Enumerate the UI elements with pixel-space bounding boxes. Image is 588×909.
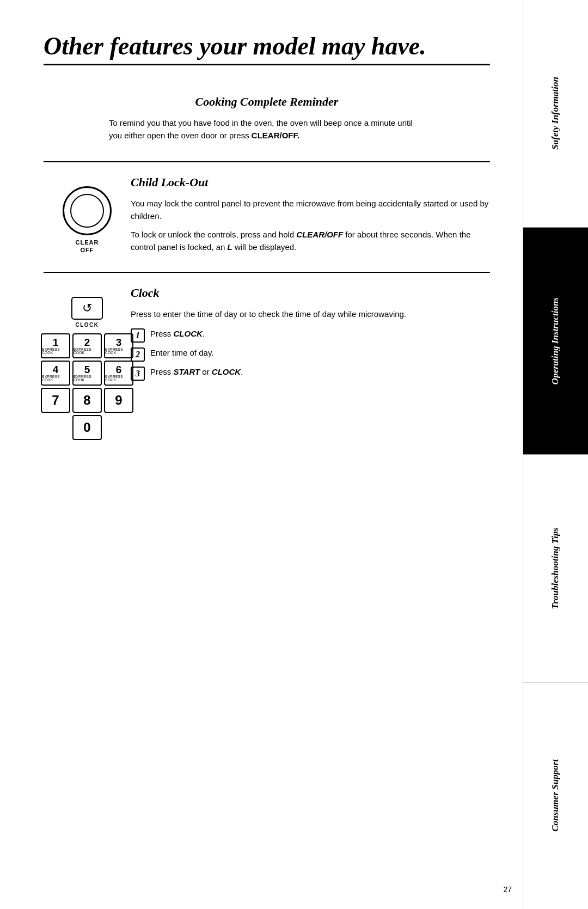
child-lockout-text: Child Lock-Out You may lock the control … (131, 175, 490, 259)
clock-step-1: 1 Press CLOCK. (131, 328, 490, 343)
sidebar-safety-label: Safety Information (550, 77, 561, 150)
sidebar-consumer: Consumer Support (523, 682, 588, 910)
numpad-key-4: 4 EXPRESS COOK (41, 361, 70, 386)
sidebar-safety: Safety Information (523, 0, 588, 227)
page-number: 27 (503, 885, 512, 894)
clock-text: Clock Press to enter the time of day or … (131, 286, 490, 467)
child-lockout-para1: You may lock the control panel to preven… (131, 197, 490, 223)
numpad-key-3: 3 EXPRESS COOK (104, 333, 133, 358)
clock-button-label: CLOCK (75, 322, 99, 328)
step-num-1: 1 (131, 328, 145, 343)
clock-step-2: 2 Enter time of day. (131, 347, 490, 362)
clear-off-button-icon (63, 186, 112, 235)
cooking-complete-section: Cooking Complete Reminder To remind you … (44, 82, 490, 163)
clock-button: ↺ (71, 297, 103, 320)
clock-icon-col: ↺ CLOCK 1 EXPRESS COOK 2 EXPRESS COOK 3 … (44, 286, 131, 467)
clock-steps: 1 Press CLOCK. 2 Enter time of day. 3 Pr… (131, 328, 490, 381)
sidebar-operating: Operating Instructions (523, 228, 588, 455)
main-content: Other features your model may have. Cook… (0, 0, 523, 909)
numpad-key-0: 0 (72, 415, 102, 440)
right-sidebar: Safety Information Operating Instruction… (523, 0, 588, 909)
step-num-2: 2 (131, 347, 145, 362)
numpad-key-5: 5 EXPRESS COOK (72, 361, 102, 386)
numpad-key-9: 9 (104, 388, 133, 413)
sidebar-troubleshooting-label: Troubleshooting Tips (550, 528, 561, 609)
clock-symbol-icon: ↺ (82, 301, 92, 315)
step-num-3: 3 (131, 367, 145, 381)
clock-heading: Clock (131, 286, 490, 300)
clock-step-3: 3 Press START or CLOCK. (131, 366, 490, 381)
numpad: 1 EXPRESS COOK 2 EXPRESS COOK 3 EXPRESS … (41, 333, 133, 467)
child-lockout-heading: Child Lock-Out (131, 175, 490, 190)
clear-off-label: CLEAR OFF (76, 239, 99, 254)
child-lockout-section: CLEAR OFF Child Lock-Out You may lock th… (44, 162, 490, 273)
numpad-key-1: 1 EXPRESS COOK (41, 333, 70, 358)
page-title: Other features your model may have. (44, 33, 490, 60)
sidebar-troubleshooting: Troubleshooting Tips (523, 455, 588, 682)
numpad-key-8: 8 (72, 388, 102, 413)
numpad-key-2: 2 EXPRESS COOK (72, 333, 102, 358)
title-divider (44, 64, 490, 65)
step-2-text: Enter time of day. (150, 347, 213, 359)
numpad-key-6: 6 EXPRESS COOK (104, 361, 133, 386)
sidebar-consumer-label: Consumer Support (550, 759, 561, 832)
step-1-text: Press CLOCK. (150, 328, 205, 340)
sidebar-operating-label: Operating Instructions (550, 297, 561, 385)
child-lockout-icon-col: CLEAR OFF (44, 175, 131, 259)
step-3-text: Press START or CLOCK. (150, 366, 243, 379)
cooking-complete-body: To remind you that you have food in the … (109, 117, 425, 142)
clock-section: ↺ CLOCK 1 EXPRESS COOK 2 EXPRESS COOK 3 … (44, 273, 490, 480)
numpad-key-7: 7 (41, 388, 70, 413)
child-lockout-para2: To lock or unlock the controls, press an… (131, 228, 490, 254)
cooking-complete-heading: Cooking Complete Reminder (44, 95, 490, 109)
clock-intro: Press to enter the time of day or to che… (131, 308, 490, 320)
